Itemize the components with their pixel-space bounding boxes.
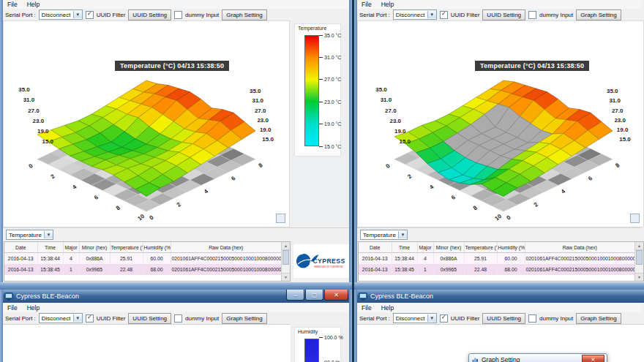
serial-port-label: Serial Port : (359, 315, 390, 322)
window-border (0, 282, 352, 290)
table-header-cell[interactable]: Time (37, 242, 63, 253)
graph-type-select[interactable]: Temperature ▼ (6, 230, 53, 240)
serial-port-select[interactable]: Disconnect▼ (39, 10, 83, 20)
table-header-cell[interactable]: Temperature (°C) (464, 242, 497, 253)
uuid-filter-checkbox[interactable]: ✓ (86, 11, 94, 19)
menu-help[interactable]: Help (27, 1, 40, 8)
uuid-filter-checkbox[interactable]: ✓ (440, 11, 448, 19)
graph-setting-button[interactable]: Graph Setting (222, 313, 266, 324)
menu-help[interactable]: Help (381, 304, 394, 312)
table-cell: 1 (63, 264, 79, 275)
colorbar-tick-label: 27.0 °C (319, 77, 341, 83)
table-cell: 0x886A (79, 253, 110, 265)
table-row[interactable]: 2016-04-1315:38:4440x886A25.9160.0002010… (359, 253, 635, 265)
table-header-cell[interactable]: Time (392, 242, 417, 253)
uuid-filter-label: UUID Filter (97, 12, 126, 18)
table-row[interactable]: 2016-04-1315:38:4510x996522.4868.0002010… (359, 264, 635, 275)
axis-tick-label: 8 (115, 204, 122, 211)
uuid-filter-checkbox[interactable]: ✓ (86, 314, 94, 323)
serial-port-select[interactable]: Disconnect▼ (393, 313, 437, 323)
uuid-setting-button[interactable]: UUID Setting (482, 10, 525, 20)
table-scrollbar[interactable]: ▲ ▼ (634, 242, 643, 281)
table-header-cell[interactable]: Raw Data (hex) (525, 242, 635, 253)
serial-port-label: Serial Port : (5, 12, 36, 18)
axis-tick-label: 27.0 (255, 108, 266, 114)
graph-setting-button[interactable]: Graph Setting (222, 10, 266, 20)
menu-file[interactable]: File (362, 304, 372, 312)
menu-file[interactable]: File (7, 304, 18, 312)
dummy-input-label: dummy Input (185, 315, 219, 322)
scroll-up-icon[interactable]: ▲ (635, 242, 643, 250)
table-header-cell[interactable]: Date (359, 242, 392, 253)
dummy-input-checkbox[interactable] (528, 11, 536, 19)
uuid-filter-checkbox[interactable]: ✓ (440, 314, 448, 323)
table-row[interactable]: 2016-04-1315:38:4440x886A25.9160.0002010… (4, 253, 282, 265)
serial-port-select[interactable]: Disconnect▼ (393, 10, 437, 20)
axis-tick-label: 23.0 (614, 117, 626, 124)
minimize-button[interactable]: – (286, 290, 304, 301)
resize-grip-icon[interactable] (276, 214, 285, 223)
cypress-logo-graphic: CYPRESS EMBEDDED IN TOMORROW (294, 251, 348, 271)
uuid-filter-label: UUID Filter (451, 315, 480, 322)
serial-port-select[interactable]: Disconnect▼ (39, 313, 83, 323)
axis-tick-label: 35.0 (375, 86, 387, 93)
graph-setting-button[interactable]: Graph Setting (576, 10, 621, 20)
window-title: Cypress BLE-Beacon (370, 293, 433, 300)
axis-tick-label: 0 (28, 162, 35, 170)
maximize-button[interactable]: ▢ (305, 290, 323, 301)
dialog-titlebar[interactable]: Graph Setting ✕ (469, 354, 607, 362)
table-header-cell[interactable]: Major (63, 242, 79, 253)
table-header-cell[interactable]: Humidity (%) (497, 242, 525, 253)
dummy-input-checkbox[interactable] (174, 314, 182, 323)
scrollbar-thumb[interactable] (636, 250, 643, 265)
uuid-setting-button[interactable]: UUID Setting (128, 313, 171, 324)
temperature-surface-plot-right[interactable]: 35.035.031.031.027.027.023.023.019.019.0… (357, 20, 644, 227)
table-header-cell[interactable]: Minor (hex) (433, 242, 464, 253)
scroll-down-icon[interactable]: ▼ (635, 273, 643, 281)
serial-port-value: Disconnect (396, 315, 425, 322)
table-header-cell[interactable]: Major (417, 242, 433, 253)
table-header-cell[interactable]: Temperature (°C) (110, 242, 143, 253)
uuid-filter-label: UUID Filter (451, 12, 480, 18)
uuid-setting-button[interactable]: UUID Setting (128, 10, 171, 20)
table-cell: 0x9965 (433, 264, 464, 275)
table-row[interactable]: 2016-04-1315:38:4510x996522.4868.0002010… (4, 264, 282, 275)
colorbar-tick-label: 90.0 % (319, 359, 340, 362)
uuid-setting-button[interactable]: UUID Setting (482, 313, 525, 324)
scroll-down-icon[interactable]: ▼ (282, 273, 290, 281)
temperature-surface-plot-left[interactable]: 35.035.031.031.027.027.023.023.019.019.0… (3, 20, 290, 227)
menu-file[interactable]: File (362, 1, 372, 8)
window-border (354, 290, 357, 362)
table-scrollbar[interactable]: ▲ ▼ (281, 242, 290, 281)
table-cell: 2016-04-13 (359, 253, 392, 265)
table-header-cell[interactable]: Humidity (%) (143, 242, 171, 253)
table-header-cell[interactable]: Minor (hex) (79, 242, 110, 253)
dummy-input-checkbox[interactable] (528, 314, 536, 323)
humidity-colorbar: Humidity100.0 %90.0 % (294, 327, 341, 362)
menu-help[interactable]: Help (27, 304, 40, 312)
graph-setting-button[interactable]: Graph Setting (576, 313, 621, 324)
table-cell: 60.00 (497, 253, 525, 265)
table-header-cell[interactable]: Date (4, 242, 37, 253)
serial-port-label: Serial Port : (5, 315, 36, 322)
title-bar[interactable]: Cypress BLE-Beacon (354, 290, 644, 303)
axis-tick-label: 6 (93, 194, 100, 201)
graph-type-select[interactable]: Temperature ▼ (360, 230, 408, 240)
dummy-input-checkbox[interactable] (174, 11, 182, 19)
close-icon: ✕ (334, 292, 339, 298)
graph-setting-icon (471, 356, 479, 362)
check-icon: ✓ (441, 11, 446, 17)
close-button[interactable]: ✕ (324, 290, 348, 301)
dialog-close-button[interactable]: ✕ (582, 355, 604, 362)
table-host: DateTimeMajorMinor (hex)Temperature (°C)… (4, 242, 290, 275)
temperature-colorbar: Temperature35.0 °C31.0 °C27.0 °C23.0 °C1… (294, 23, 341, 157)
table-cell: 0201061AFF4C0002150005000100010008000008… (525, 253, 635, 265)
menu-file[interactable]: File (7, 1, 18, 8)
scrollbar-thumb[interactable] (282, 250, 289, 265)
resize-grip-icon[interactable] (630, 214, 640, 223)
axis-tick-label: 19.0 (394, 128, 406, 135)
axis-tick-label: 31.0 (609, 97, 621, 104)
scroll-up-icon[interactable]: ▲ (282, 242, 290, 250)
menu-help[interactable]: Help (381, 1, 394, 8)
table-header-cell[interactable]: Raw Data (hex) (171, 242, 282, 253)
